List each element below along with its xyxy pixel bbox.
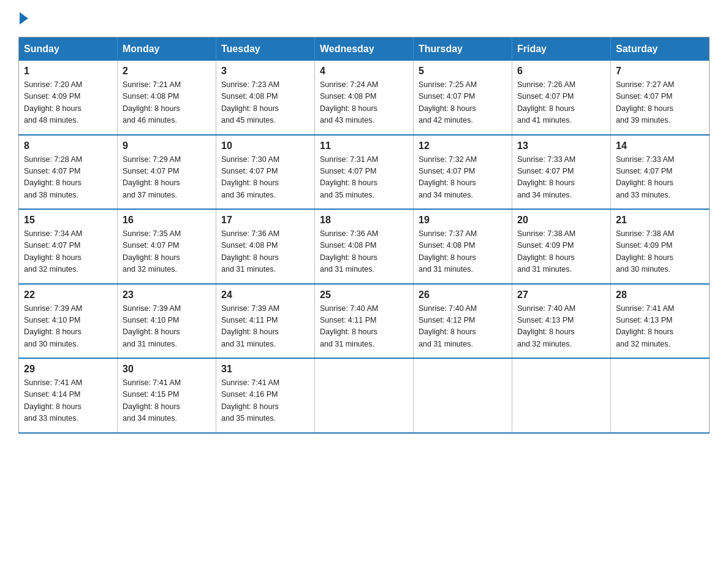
day-number: 16 xyxy=(123,215,211,226)
day-info: Sunrise: 7:39 AMSunset: 4:10 PMDaylight:… xyxy=(24,303,112,351)
calendar-cell: 27 Sunrise: 7:40 AMSunset: 4:13 PMDaylig… xyxy=(512,284,611,359)
calendar-cell: 11 Sunrise: 7:31 AMSunset: 4:07 PMDaylig… xyxy=(315,135,414,210)
calendar-cell: 5 Sunrise: 7:25 AMSunset: 4:07 PMDayligh… xyxy=(414,61,512,135)
day-info: Sunrise: 7:36 AMSunset: 4:08 PMDaylight:… xyxy=(221,228,309,276)
header-sunday: Sunday xyxy=(19,37,118,61)
day-info: Sunrise: 7:31 AMSunset: 4:07 PMDaylight:… xyxy=(320,154,408,202)
day-info: Sunrise: 7:30 AMSunset: 4:07 PMDaylight:… xyxy=(221,154,309,202)
day-info: Sunrise: 7:25 AMSunset: 4:07 PMDaylight:… xyxy=(419,79,507,127)
calendar-cell xyxy=(315,358,414,433)
calendar-header-row: SundayMondayTuesdayWednesdayThursdayFrid… xyxy=(19,37,710,61)
calendar-cell: 28 Sunrise: 7:41 AMSunset: 4:13 PMDaylig… xyxy=(611,284,710,359)
day-info: Sunrise: 7:23 AMSunset: 4:08 PMDaylight:… xyxy=(221,79,309,127)
header-saturday: Saturday xyxy=(611,37,710,61)
week-row-5: 29 Sunrise: 7:41 AMSunset: 4:14 PMDaylig… xyxy=(19,358,710,433)
day-number: 30 xyxy=(123,364,211,375)
day-number: 28 xyxy=(616,289,704,301)
header-friday: Friday xyxy=(512,37,611,61)
day-number: 17 xyxy=(221,215,309,226)
calendar-cell: 1 Sunrise: 7:20 AMSunset: 4:09 PMDayligh… xyxy=(19,61,118,135)
day-info: Sunrise: 7:33 AMSunset: 4:07 PMDaylight:… xyxy=(616,154,704,202)
calendar-cell: 15 Sunrise: 7:34 AMSunset: 4:07 PMDaylig… xyxy=(19,209,118,284)
calendar-cell: 12 Sunrise: 7:32 AMSunset: 4:07 PMDaylig… xyxy=(414,135,512,210)
day-info: Sunrise: 7:39 AMSunset: 4:11 PMDaylight:… xyxy=(221,303,309,351)
day-info: Sunrise: 7:20 AMSunset: 4:09 PMDaylight:… xyxy=(24,79,112,127)
day-number: 10 xyxy=(221,140,309,151)
day-info: Sunrise: 7:33 AMSunset: 4:07 PMDaylight:… xyxy=(517,154,605,202)
calendar-cell: 25 Sunrise: 7:40 AMSunset: 4:11 PMDaylig… xyxy=(315,284,414,359)
calendar-cell: 26 Sunrise: 7:40 AMSunset: 4:12 PMDaylig… xyxy=(414,284,512,359)
day-number: 23 xyxy=(123,289,211,301)
calendar-cell: 21 Sunrise: 7:38 AMSunset: 4:09 PMDaylig… xyxy=(611,209,710,284)
day-number: 18 xyxy=(320,215,408,226)
day-number: 26 xyxy=(419,289,507,301)
day-info: Sunrise: 7:21 AMSunset: 4:08 PMDaylight:… xyxy=(123,79,211,127)
day-number: 13 xyxy=(517,140,605,151)
day-number: 25 xyxy=(320,289,408,301)
day-number: 11 xyxy=(320,140,408,151)
day-info: Sunrise: 7:41 AMSunset: 4:14 PMDaylight:… xyxy=(24,377,112,425)
logo-text xyxy=(18,12,28,25)
day-number: 14 xyxy=(616,140,704,151)
calendar-cell xyxy=(611,358,710,433)
logo-arrow-icon xyxy=(20,12,28,25)
header-wednesday: Wednesday xyxy=(315,37,414,61)
day-info: Sunrise: 7:39 AMSunset: 4:10 PMDaylight:… xyxy=(123,303,211,351)
day-info: Sunrise: 7:38 AMSunset: 4:09 PMDaylight:… xyxy=(517,228,605,276)
day-number: 4 xyxy=(320,66,408,77)
week-row-3: 15 Sunrise: 7:34 AMSunset: 4:07 PMDaylig… xyxy=(19,209,710,284)
day-info: Sunrise: 7:24 AMSunset: 4:08 PMDaylight:… xyxy=(320,79,408,127)
calendar-cell: 20 Sunrise: 7:38 AMSunset: 4:09 PMDaylig… xyxy=(512,209,611,284)
day-info: Sunrise: 7:41 AMSunset: 4:13 PMDaylight:… xyxy=(616,303,704,351)
day-info: Sunrise: 7:34 AMSunset: 4:07 PMDaylight:… xyxy=(24,228,112,276)
calendar-table: SundayMondayTuesdayWednesdayThursdayFrid… xyxy=(18,37,710,434)
day-number: 1 xyxy=(24,66,112,77)
calendar-cell: 29 Sunrise: 7:41 AMSunset: 4:14 PMDaylig… xyxy=(19,358,118,433)
day-info: Sunrise: 7:41 AMSunset: 4:16 PMDaylight:… xyxy=(221,377,309,425)
day-info: Sunrise: 7:37 AMSunset: 4:08 PMDaylight:… xyxy=(419,228,507,276)
day-number: 27 xyxy=(517,289,605,301)
day-info: Sunrise: 7:28 AMSunset: 4:07 PMDaylight:… xyxy=(24,154,112,202)
day-number: 21 xyxy=(616,215,704,226)
day-info: Sunrise: 7:32 AMSunset: 4:07 PMDaylight:… xyxy=(419,154,507,202)
day-number: 24 xyxy=(221,289,309,301)
calendar-cell: 6 Sunrise: 7:26 AMSunset: 4:07 PMDayligh… xyxy=(512,61,611,135)
calendar-cell: 24 Sunrise: 7:39 AMSunset: 4:11 PMDaylig… xyxy=(216,284,315,359)
calendar-cell: 23 Sunrise: 7:39 AMSunset: 4:10 PMDaylig… xyxy=(118,284,216,359)
calendar-cell: 16 Sunrise: 7:35 AMSunset: 4:07 PMDaylig… xyxy=(118,209,216,284)
header-tuesday: Tuesday xyxy=(216,37,315,61)
calendar-cell: 8 Sunrise: 7:28 AMSunset: 4:07 PMDayligh… xyxy=(19,135,118,210)
day-number: 9 xyxy=(123,140,211,151)
header-thursday: Thursday xyxy=(414,37,512,61)
calendar-cell: 19 Sunrise: 7:37 AMSunset: 4:08 PMDaylig… xyxy=(414,209,512,284)
day-number: 20 xyxy=(517,215,605,226)
day-info: Sunrise: 7:38 AMSunset: 4:09 PMDaylight:… xyxy=(616,228,704,276)
day-info: Sunrise: 7:40 AMSunset: 4:11 PMDaylight:… xyxy=(320,303,408,351)
day-info: Sunrise: 7:27 AMSunset: 4:07 PMDaylight:… xyxy=(616,79,704,127)
calendar-cell: 13 Sunrise: 7:33 AMSunset: 4:07 PMDaylig… xyxy=(512,135,611,210)
calendar-cell: 31 Sunrise: 7:41 AMSunset: 4:16 PMDaylig… xyxy=(216,358,315,433)
day-info: Sunrise: 7:26 AMSunset: 4:07 PMDaylight:… xyxy=(517,79,605,127)
day-info: Sunrise: 7:40 AMSunset: 4:12 PMDaylight:… xyxy=(419,303,507,351)
calendar-cell: 9 Sunrise: 7:29 AMSunset: 4:07 PMDayligh… xyxy=(118,135,216,210)
day-number: 3 xyxy=(221,66,309,77)
calendar-cell: 30 Sunrise: 7:41 AMSunset: 4:15 PMDaylig… xyxy=(118,358,216,433)
day-info: Sunrise: 7:36 AMSunset: 4:08 PMDaylight:… xyxy=(320,228,408,276)
calendar-cell: 4 Sunrise: 7:24 AMSunset: 4:08 PMDayligh… xyxy=(315,61,414,135)
calendar-cell xyxy=(512,358,611,433)
day-number: 12 xyxy=(419,140,507,151)
calendar-cell: 7 Sunrise: 7:27 AMSunset: 4:07 PMDayligh… xyxy=(611,61,710,135)
day-number: 7 xyxy=(616,66,704,77)
day-info: Sunrise: 7:35 AMSunset: 4:07 PMDaylight:… xyxy=(123,228,211,276)
calendar-cell: 2 Sunrise: 7:21 AMSunset: 4:08 PMDayligh… xyxy=(118,61,216,135)
logo-blue-part xyxy=(18,12,28,25)
calendar-cell: 14 Sunrise: 7:33 AMSunset: 4:07 PMDaylig… xyxy=(611,135,710,210)
calendar-cell xyxy=(414,358,512,433)
day-number: 8 xyxy=(24,140,112,151)
week-row-4: 22 Sunrise: 7:39 AMSunset: 4:10 PMDaylig… xyxy=(19,284,710,359)
calendar-cell: 18 Sunrise: 7:36 AMSunset: 4:08 PMDaylig… xyxy=(315,209,414,284)
day-number: 22 xyxy=(24,289,112,301)
day-number: 29 xyxy=(24,364,112,375)
day-info: Sunrise: 7:29 AMSunset: 4:07 PMDaylight:… xyxy=(123,154,211,202)
calendar-cell: 3 Sunrise: 7:23 AMSunset: 4:08 PMDayligh… xyxy=(216,61,315,135)
